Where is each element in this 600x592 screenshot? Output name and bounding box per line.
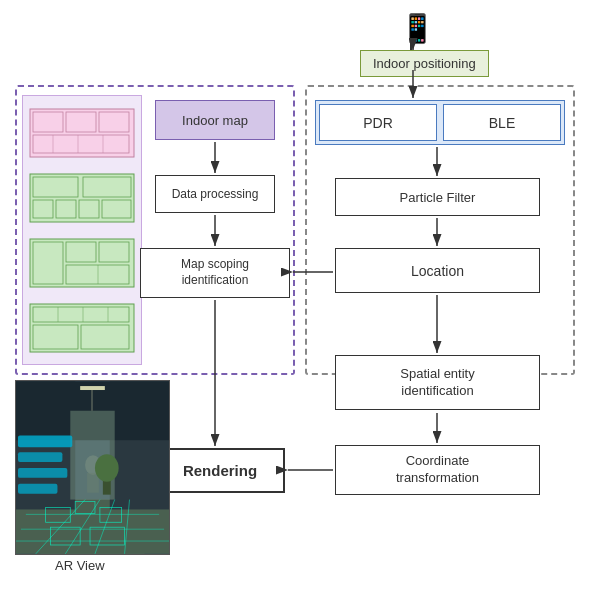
diagram-container: 📱 Indoor positioning <box>0 0 600 592</box>
particle-filter-box: Particle Filter <box>335 178 540 216</box>
indoor-positioning-box: Indoor positioning <box>360 50 489 77</box>
data-processing-label: Data processing <box>172 187 259 201</box>
pdr-ble-container: PDR BLE <box>315 100 565 145</box>
svg-rect-55 <box>80 386 105 390</box>
data-processing-box: Data processing <box>155 175 275 213</box>
indoor-map-box: Indoor map <box>155 100 275 140</box>
indoor-map-label: Indoor map <box>182 113 248 128</box>
svg-rect-47 <box>18 435 72 447</box>
ar-view-svg <box>16 381 169 554</box>
location-box: Location <box>335 248 540 293</box>
ble-label: BLE <box>489 115 515 131</box>
rendering-label: Rendering <box>183 462 257 479</box>
svg-rect-8 <box>30 174 134 222</box>
svg-rect-50 <box>18 484 57 494</box>
pdr-label: PDR <box>363 115 393 131</box>
floorplan-area <box>22 95 142 365</box>
map-scoping-label: Map scopingidentification <box>181 257 249 288</box>
floorplan-1 <box>28 107 136 159</box>
floorplan-4 <box>28 302 136 354</box>
svg-point-54 <box>95 454 119 482</box>
spatial-entity-box: Spatial entityidentification <box>335 355 540 410</box>
phone-icon: 📱 <box>400 12 435 45</box>
particle-filter-label: Particle Filter <box>400 190 476 205</box>
coordinate-transform-label: Coordinatetransformation <box>396 453 479 487</box>
indoor-positioning-label: Indoor positioning <box>373 56 476 71</box>
svg-rect-21 <box>30 304 134 352</box>
location-label: Location <box>411 263 464 279</box>
svg-rect-15 <box>30 239 134 287</box>
rendering-box: Rendering <box>155 448 285 493</box>
svg-rect-48 <box>18 452 62 462</box>
pdr-box: PDR <box>319 104 437 141</box>
ar-view-label: AR View <box>55 558 105 573</box>
spatial-entity-label: Spatial entityidentification <box>400 366 474 400</box>
svg-rect-49 <box>18 468 67 478</box>
map-scoping-box: Map scopingidentification <box>140 248 290 298</box>
ar-view-text: AR View <box>55 558 105 573</box>
coordinate-transform-box: Coordinatetransformation <box>335 445 540 495</box>
ar-view-area <box>15 380 170 555</box>
floorplan-2 <box>28 172 136 224</box>
ble-box: BLE <box>443 104 561 141</box>
floorplan-3 <box>28 237 136 289</box>
svg-rect-0 <box>30 109 134 157</box>
